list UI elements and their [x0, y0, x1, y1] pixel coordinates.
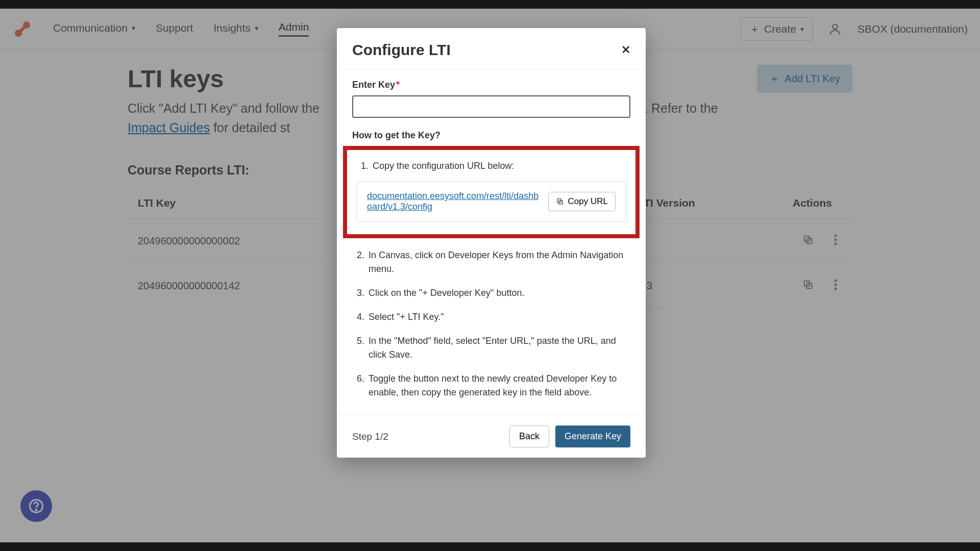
copy-icon [556, 197, 564, 206]
modal-title: Configure LTI [352, 41, 451, 59]
generate-key-button[interactable]: Generate Key [555, 425, 630, 447]
config-url-box: documentation.eesysoft.com/rest/lti/dash… [356, 181, 626, 222]
back-button[interactable]: Back [509, 425, 549, 447]
howto-label: How to get the Key? [352, 130, 630, 141]
enter-key-input[interactable] [352, 95, 630, 118]
step1-highlight: 1.Copy the configuration URL below: docu… [343, 146, 640, 238]
copy-url-button[interactable]: Copy URL [548, 192, 616, 211]
step-1: 1.Copy the configuration URL below: [356, 159, 626, 173]
config-url-link[interactable]: documentation.eesysoft.com/rest/lti/dash… [367, 191, 541, 212]
close-icon[interactable]: ✕ [621, 43, 630, 57]
step-5: 5.In the "Method" field, select "Enter U… [352, 334, 630, 362]
enter-key-label: Enter Key* [352, 80, 630, 90]
step-3: 3.Click on the "+ Developer Key" button. [352, 286, 630, 300]
configure-lti-modal: Configure LTI ✕ Enter Key* How to get th… [337, 28, 646, 458]
step-indicator: Step 1/2 [352, 431, 388, 442]
step-4: 4.Select "+ LTI Key." [352, 310, 630, 324]
step-2: 2.In Canvas, click on Developer Keys fro… [352, 248, 630, 276]
step-6: 6.Toggle the button next to the newly cr… [352, 372, 630, 399]
